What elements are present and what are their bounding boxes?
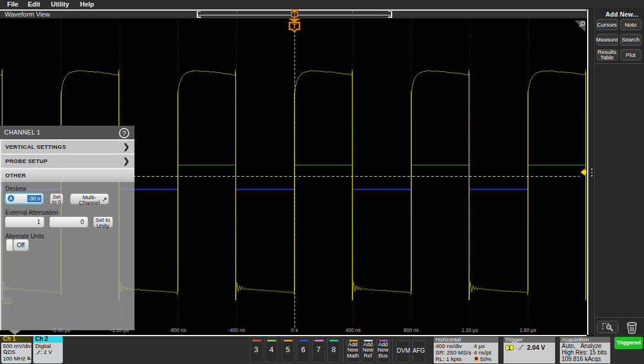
- svg-text:B: B: [27, 356, 30, 360]
- svg-text:-800 ns: -800 ns: [169, 327, 186, 333]
- svg-text:T: T: [293, 12, 296, 18]
- svg-text:1.60 µs: 1.60 µs: [520, 327, 536, 333]
- svg-text:?: ?: [122, 129, 126, 136]
- svg-text:800 ns: 800 ns: [403, 327, 419, 333]
- svg-text:400 ns: 400 ns: [345, 327, 361, 333]
- svg-text:1.20 µs: 1.20 µs: [462, 327, 478, 333]
- svg-text:T: T: [293, 23, 297, 30]
- svg-text:-400 ns: -400 ns: [228, 327, 245, 333]
- svg-text:0 s: 0 s: [291, 327, 297, 333]
